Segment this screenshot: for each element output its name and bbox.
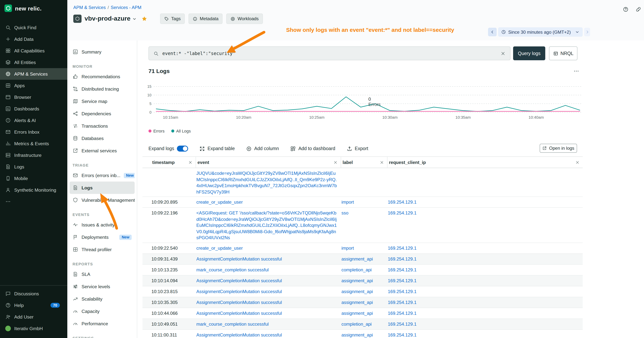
tags-button[interactable]: Tags xyxy=(160,14,185,24)
log-label-link[interactable]: import xyxy=(342,245,354,251)
subnav-item-service-levels[interactable]: Service levels xyxy=(70,280,135,293)
log-label-link[interactable]: import xyxy=(342,199,354,205)
sidebar-item-all-capabilities[interactable]: All Capabilities xyxy=(0,45,67,57)
sidebar-item-all-entities[interactable]: All Entities xyxy=(0,57,67,68)
log-ip-link[interactable]: 169.254.129.1 xyxy=(388,267,416,272)
subnav-item-deployments[interactable]: DeploymentsNew xyxy=(70,231,135,243)
subnav-item-performance[interactable]: Performance xyxy=(70,317,135,330)
sidebar-item-errors-inbox[interactable]: Errors Inbox xyxy=(0,126,67,138)
log-row[interactable]: 10:10:13.235 mark_course_completion succ… xyxy=(142,264,583,275)
log-event-link[interactable]: create_or_update_user xyxy=(196,245,243,251)
log-row[interactable]: 10:09:22.196 <ASGIRequest: GET '/sso/cal… xyxy=(142,208,583,243)
log-ip-link[interactable]: 169.254.129.1 xyxy=(388,245,416,251)
subnav-item-logs[interactable]: Logs xyxy=(70,182,135,194)
log-event-link[interactable]: AssignmentCompletionMutation successful xyxy=(196,289,282,294)
legend-item-errors[interactable]: Errors xyxy=(148,129,164,133)
log-event-link[interactable]: JUQVU&code=eyJraWQiOiJjcGltY29yZV8wOTl1M… xyxy=(196,171,337,194)
nrql-button[interactable]: NRQL xyxy=(549,47,578,60)
log-row[interactable]: 10:10:14.094 AssignmentCompletionMutatio… xyxy=(142,275,583,286)
log-label-link[interactable]: assignment_api xyxy=(342,278,373,283)
sidebar-item-browser[interactable]: Browser xyxy=(0,91,67,103)
subnav-item-databases[interactable]: Databases xyxy=(70,132,135,145)
add-to-dashboard-button[interactable]: Add to dashboard xyxy=(290,146,335,151)
sidebar-item-apps[interactable]: Apps xyxy=(0,80,67,91)
subnav-item-external-services[interactable]: External services xyxy=(70,145,135,157)
time-picker[interactable]: Since 30 minutes ago (GMT+2) xyxy=(498,27,583,37)
subnav-item-dependencies[interactable]: Dependencies xyxy=(70,107,135,120)
log-ip-link[interactable]: 169.254.129.1 xyxy=(388,300,416,305)
log-event-link[interactable]: <ASGIRequest: GET '/sso/callback/?state=… xyxy=(196,210,337,240)
help-circle-icon[interactable] xyxy=(623,6,629,12)
sidebar-item-infrastructure[interactable]: Infrastructure xyxy=(0,149,67,161)
log-event-link[interactable]: AssignmentCompletionMutation successful xyxy=(196,310,282,316)
sidebar-item-discussions[interactable]: Discussions xyxy=(0,288,67,299)
new-relic-logo[interactable]: new relic. xyxy=(0,0,67,16)
log-event-link[interactable]: mark_course_completion successful xyxy=(196,321,269,326)
sidebar-item-alerts-ai[interactable]: Alerts & AI xyxy=(0,115,67,126)
entity-name-dropdown[interactable]: vbv-prod-azure xyxy=(84,15,137,23)
expand-table-button[interactable]: Expand table xyxy=(199,146,235,151)
workloads-button[interactable]: Workloads xyxy=(226,14,263,24)
log-label-link[interactable]: assignment_api xyxy=(342,300,373,305)
log-row[interactable]: 10:11:00.311 AssignmentCompletionMutatio… xyxy=(142,329,583,338)
log-label-link[interactable]: assignment_api xyxy=(342,310,373,316)
subnav-item-issues-activity[interactable]: Issues & activity xyxy=(70,219,135,231)
legend-item-all-logs[interactable]: All Logs xyxy=(171,129,191,133)
sidebar-item-account[interactable]: Iterativ GmbH xyxy=(0,323,67,334)
column-header-event[interactable]: event xyxy=(196,157,341,168)
log-row[interactable]: 10:10:23.815 AssignmentCompletionMutatio… xyxy=(142,286,583,297)
log-event-link[interactable]: AssignmentCompletionMutation successful xyxy=(196,256,282,261)
remove-column-icon[interactable] xyxy=(575,160,580,165)
column-header-label[interactable]: label xyxy=(341,157,387,168)
subnav-item-distributed-tracing[interactable]: Distributed tracing xyxy=(70,83,135,95)
log-ip-link[interactable]: 169.254.129.1 xyxy=(388,278,416,283)
remove-column-icon[interactable] xyxy=(188,160,192,165)
logs-more-menu-icon[interactable] xyxy=(573,68,579,74)
log-label-link[interactable]: assignment_api xyxy=(342,256,373,261)
log-row[interactable]: 10:09:20.895 create_or_update_user impor… xyxy=(142,197,583,208)
log-label-link[interactable]: assignment_api xyxy=(342,332,373,337)
log-row[interactable]: 10:10:44.066 AssignmentCompletionMutatio… xyxy=(142,308,583,319)
subnav-item-service-map[interactable]: Service map xyxy=(70,95,135,107)
subnav-item-transactions[interactable]: Transactions xyxy=(70,120,135,132)
subnav-item-vulnerability-management[interactable]: Vulnerability Management xyxy=(70,194,135,206)
sidebar-item-dashboards[interactable]: Dashboards xyxy=(0,103,67,115)
log-event-link[interactable]: mark_course_completion successful xyxy=(196,267,269,272)
log-query-input[interactable] xyxy=(162,50,498,56)
time-forward-button[interactable] xyxy=(584,28,590,36)
query-logs-button[interactable]: Query logs xyxy=(513,47,545,60)
log-ip-link[interactable]: 169.254.129.1 xyxy=(388,310,416,316)
log-event-link[interactable]: AssignmentCompletionMutation successful xyxy=(196,332,282,337)
time-back-button[interactable] xyxy=(488,28,497,36)
clear-query-icon[interactable] xyxy=(500,51,506,56)
log-event-link[interactable]: AssignmentCompletionMutation successful xyxy=(196,300,282,305)
sidebar-item-mobile[interactable]: Mobile xyxy=(0,173,67,184)
log-row[interactable]: JUQVU&code=eyJraWQiOiJjcGltY29yZV8wOTl1M… xyxy=(142,168,583,197)
log-row[interactable]: 10:10:35.305 AssignmentCompletionMutatio… xyxy=(142,297,583,308)
log-label-link[interactable]: assignment_api xyxy=(342,289,373,294)
sidebar-item-synthetic-monitoring[interactable]: Synthetic Monitoring xyxy=(0,184,67,196)
log-row[interactable]: 10:10:49.051 mark_course_completion succ… xyxy=(142,319,583,329)
sidebar-item-apm-services[interactable]: APM & Services xyxy=(0,68,67,80)
log-row[interactable]: 10:09:31.439 AssignmentCompletionMutatio… xyxy=(142,254,583,264)
sidebar-item-logs[interactable]: Logs xyxy=(0,161,67,173)
subnav-item-capacity[interactable]: Capacity xyxy=(70,305,135,317)
add-column-button[interactable]: Add column xyxy=(246,146,279,151)
log-ip-link[interactable]: 169.254.129.1 xyxy=(388,210,416,216)
log-event-link[interactable]: create_or_update_user xyxy=(196,199,243,205)
subnav-item-recommendations[interactable]: Recommendations xyxy=(70,70,135,83)
log-ip-link[interactable]: 169.254.129.1 xyxy=(388,256,416,261)
sidebar-item-add-user[interactable]: Add User xyxy=(0,311,67,323)
column-header-request-client-ip[interactable]: request_client_ip xyxy=(387,157,583,168)
column-header-timestamp[interactable]: timestamp xyxy=(151,157,196,168)
remove-column-icon[interactable] xyxy=(333,160,338,165)
favorite-star-icon[interactable] xyxy=(141,16,147,22)
breadcrumb-current-link[interactable]: Services - APM xyxy=(111,5,141,10)
subnav-item-errors-inbox[interactable]: Errors (errors inb...New xyxy=(70,169,135,182)
log-ip-link[interactable]: 169.254.129.1 xyxy=(388,321,416,326)
sidebar-item-metrics-events[interactable]: Metrics & Events xyxy=(0,138,67,149)
log-ip-link[interactable]: 169.254.129.1 xyxy=(388,199,416,205)
sidebar-item-quick-find[interactable]: Quick Find xyxy=(0,22,67,33)
log-label-link[interactable]: sso xyxy=(342,210,348,216)
log-event-link[interactable]: AssignmentCompletionMutation successful xyxy=(196,278,282,283)
